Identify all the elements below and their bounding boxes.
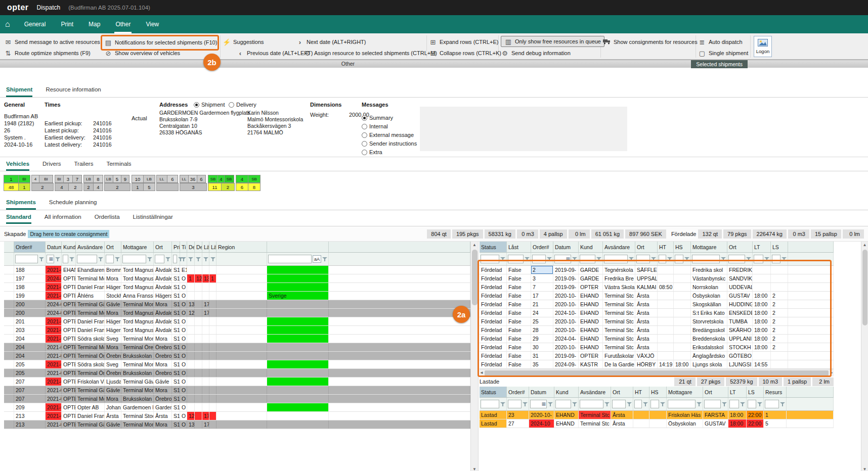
filter-input[interactable]: ▦ xyxy=(554,255,571,263)
filter-funnel-icon[interactable] xyxy=(684,256,689,262)
vehicle-block[interactable]: BI3742 xyxy=(55,175,82,191)
menu-map[interactable]: Map xyxy=(88,15,101,33)
column-header[interactable]: Mottagare xyxy=(691,242,727,252)
table-row[interactable]: FördeladFalse22019-09-GARDETegnérskolaSÄ… xyxy=(480,266,834,274)
filter-funnel-icon[interactable] xyxy=(523,401,528,407)
table-row[interactable]: 2052021-0OPTERTerminal ÖrÖrebroBruksskol… xyxy=(4,369,470,378)
filter-funnel-icon[interactable] xyxy=(782,256,787,262)
filter-funnel-icon[interactable] xyxy=(188,256,193,262)
filter-funnel-icon[interactable] xyxy=(780,401,785,407)
table-row[interactable]: 1992021-0OPTERÅhlénsStockhcAnna FranssoH… xyxy=(4,292,470,300)
filter-funnel-icon[interactable] xyxy=(55,256,60,262)
table-row[interactable]: 2012021-0OPTERDaniel FransHägerstTord Ma… xyxy=(4,317,470,326)
filter-funnel-icon[interactable] xyxy=(643,401,648,407)
scroll-left-icon[interactable]: ◄ xyxy=(480,369,484,376)
filter-input[interactable] xyxy=(772,255,780,263)
table-row[interactable]: FördeladFalse352024-09-KASTRDe la Gardie… xyxy=(480,360,834,369)
table-row[interactable]: Lastad232020-10-EHANDTerminal StcÅrstaFr… xyxy=(480,411,834,419)
filter-input[interactable]: ▦ xyxy=(530,400,547,408)
table-row[interactable]: FördeladFalse212020-10-EHANDTerminal Stc… xyxy=(480,300,834,309)
tab-all-information[interactable]: All information xyxy=(45,210,81,224)
filter-input[interactable] xyxy=(63,255,68,263)
filter-input[interactable] xyxy=(650,400,659,408)
radio-shipment-circle[interactable] xyxy=(194,102,199,108)
table-row[interactable]: 2002024-0OPTERTerminal McMoraTord Magnus… xyxy=(4,309,470,317)
table-row[interactable]: 2032021-0OPTERDaniel FransHägerstTord Ma… xyxy=(4,326,470,335)
filter-input[interactable] xyxy=(173,255,177,263)
left-table-scrollbar[interactable]: ▲ ▼ xyxy=(470,242,479,471)
filter-funnel-icon[interactable] xyxy=(69,256,74,262)
filter-input[interactable] xyxy=(675,255,683,263)
tab-shipment[interactable]: Shipment xyxy=(6,83,32,97)
filter-input[interactable] xyxy=(765,400,779,408)
filter-funnel-icon[interactable] xyxy=(629,256,634,262)
radio-extra[interactable]: Extra xyxy=(362,149,382,155)
column-header[interactable]: De xyxy=(187,242,195,252)
tab-resource-information[interactable]: Resource information xyxy=(46,83,101,97)
send-debug-button[interactable]: ⚙ Send debug information xyxy=(501,48,571,58)
filter-input[interactable] xyxy=(704,400,721,408)
vehicle-block[interactable]: LB592 xyxy=(105,175,131,191)
scroll-down-icon[interactable]: ▼ xyxy=(863,466,867,471)
vehicle-block[interactable]: SB4SB112 xyxy=(208,175,235,191)
filter-input[interactable] xyxy=(508,400,522,408)
single-shipment-button[interactable]: ▢ Single shipment xyxy=(698,48,748,58)
filter-funnel-icon[interactable] xyxy=(757,401,762,407)
column-header[interactable]: Avsändare xyxy=(579,387,611,397)
filter-funnel-icon[interactable] xyxy=(667,256,672,262)
tab-drivers[interactable]: Drivers xyxy=(42,157,61,171)
scroll-up-icon[interactable]: ▲ xyxy=(472,242,476,249)
tab-shipments[interactable]: Shipments xyxy=(6,196,36,210)
filter-funnel-icon[interactable] xyxy=(203,256,208,262)
column-header[interactable]: Ort xyxy=(154,242,172,252)
filter-input[interactable] xyxy=(155,255,164,263)
hscrollbar-thumb[interactable] xyxy=(485,370,829,376)
filter-funnel-icon[interactable] xyxy=(39,256,44,262)
column-header[interactable]: Order# xyxy=(531,242,553,252)
filter-funnel-icon[interactable] xyxy=(651,256,656,262)
column-header[interactable]: De xyxy=(195,242,202,252)
tab-listinstallningar[interactable]: Listinställningar xyxy=(133,210,173,224)
radio-sender-circle[interactable] xyxy=(362,141,367,147)
vehicle-block[interactable]: LB824 xyxy=(84,175,103,191)
filter-funnel-icon[interactable] xyxy=(115,256,120,262)
notifications-button[interactable]: ▤ Notifications for selected shipments (… xyxy=(104,37,217,48)
filter-input[interactable] xyxy=(636,255,650,263)
logon-button[interactable]: Logon xyxy=(754,36,772,57)
filter-input[interactable] xyxy=(668,400,696,408)
filter-input[interactable] xyxy=(481,400,499,408)
table-row[interactable]: FördeladFalse292024-04-EHANDTerminal Stc… xyxy=(480,335,834,343)
filter-input[interactable] xyxy=(122,255,146,263)
radio-delivery[interactable]: Delivery xyxy=(229,102,256,108)
column-header[interactable]: Status xyxy=(480,242,507,252)
column-header[interactable]: Ort xyxy=(635,242,658,252)
scroll-down-icon[interactable]: ▼ xyxy=(472,466,476,471)
column-header[interactable]: Mottagare xyxy=(121,242,154,252)
table-row[interactable]: 1882021-0EHANDEhandlarenBrommTord Magnus… xyxy=(4,266,470,274)
previous-date-button[interactable]: ‹ Previous date (ALT+LEFT) xyxy=(236,48,313,58)
radio-summary-circle[interactable] xyxy=(362,115,367,121)
filter-funnel-icon[interactable] xyxy=(697,401,702,407)
scroll-right-icon[interactable]: ► xyxy=(830,369,834,376)
filter-input[interactable]: ▦ xyxy=(47,255,54,263)
table-row[interactable]: 2132021-0OPTERDaniel FransÅrstaTerminal … xyxy=(4,412,470,420)
column-header[interactable]: Kund xyxy=(554,387,579,397)
table-row[interactable]: FördeladFalse32019-09-GARDEFredrika BreU… xyxy=(480,274,834,283)
table-row[interactable]: FördeladFalse72019-09-OPTERVästra SkolaK… xyxy=(480,283,834,292)
column-header[interactable]: Ort xyxy=(611,387,633,397)
filter-funnel-icon[interactable] xyxy=(722,401,727,407)
column-header[interactable]: Datum xyxy=(529,387,554,397)
radio-delivery-circle[interactable] xyxy=(229,102,234,108)
column-header[interactable]: HS xyxy=(674,242,691,252)
table-row[interactable]: 1972024-0OPTERTerminal McMoraTord Magnus… xyxy=(4,274,470,283)
column-header[interactable]: Datum xyxy=(553,242,579,252)
filter-funnel-icon[interactable] xyxy=(627,401,632,407)
filter-funnel-icon[interactable] xyxy=(322,256,327,262)
table-row[interactable]: 2042021-0OPTERTerminal ÖrÖrebroBruksskol… xyxy=(4,352,470,360)
table-row[interactable]: FördeladFalse252020-10-EHANDTerminal Stc… xyxy=(480,317,834,326)
column-header[interactable]: Order# xyxy=(14,242,46,252)
column-header[interactable]: Kund xyxy=(62,242,76,252)
auto-dispatch-button[interactable]: ≣ Auto dispatch xyxy=(698,37,743,47)
column-header[interactable]: HT xyxy=(658,242,674,252)
table-row[interactable]: 2072021-0OPTERFriskolan VirLjusdalTermin… xyxy=(4,378,470,386)
